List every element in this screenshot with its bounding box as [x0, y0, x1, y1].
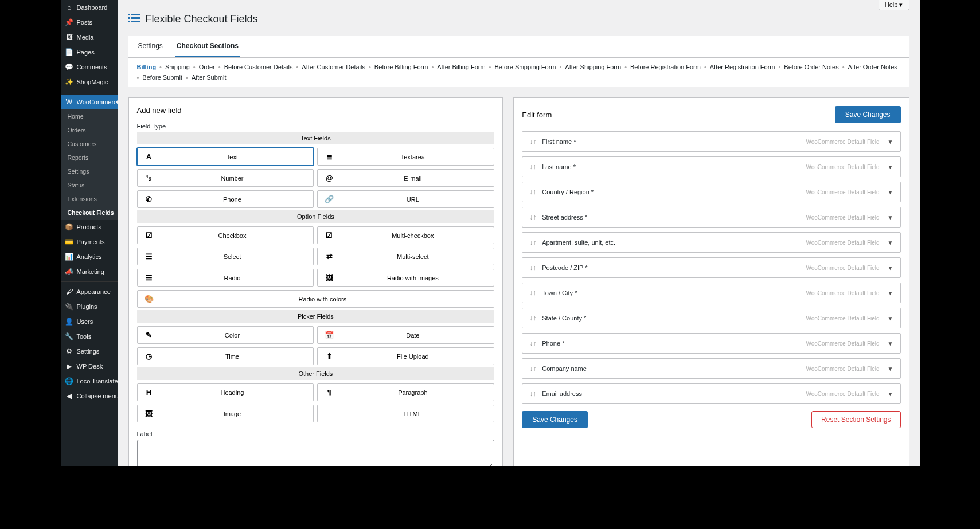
sidebar-item-wp-desk[interactable]: ▶WP Desk [61, 359, 118, 374]
field-type-phone[interactable]: ✆Phone [137, 190, 314, 208]
field-type-file-upload[interactable]: ⬆File Upload [317, 347, 494, 365]
field-row-state-county-[interactable]: ↓↑State / County *WooCommerce Default Fi… [522, 308, 900, 328]
field-row-town-city-[interactable]: ↓↑Town / City *WooCommerce Default Field… [522, 283, 900, 303]
chevron-down-icon[interactable]: ▼ [888, 391, 893, 397]
drag-icon[interactable]: ↓↑ [529, 264, 536, 272]
drag-icon[interactable]: ↓↑ [529, 339, 536, 347]
field-type-select[interactable]: ☰Select [137, 248, 314, 265]
subsection-before-registration-form[interactable]: Before Registration Form [630, 64, 701, 70]
field-row-postcode-zip-[interactable]: ↓↑Postcode / ZIP *WooCommerce Default Fi… [522, 257, 900, 278]
save-changes-button-top[interactable]: Save Changes [835, 106, 901, 123]
subsection-before-billing-form[interactable]: Before Billing Form [374, 64, 428, 70]
field-type-image[interactable]: 🖼Image [137, 405, 314, 422]
sidebar-item-appearance[interactable]: 🖌Appearance [61, 284, 118, 299]
chevron-down-icon[interactable]: ▼ [888, 139, 893, 145]
subsection-billing[interactable]: Billing [137, 64, 157, 70]
drag-icon[interactable]: ↓↑ [529, 213, 536, 221]
sidebar-item-collapse-menu[interactable]: ◀Collapse menu [61, 389, 118, 403]
field-row-company-name[interactable]: ↓↑Company nameWooCommerce Default Field▼ [522, 358, 900, 379]
chevron-down-icon[interactable]: ▼ [888, 366, 893, 372]
field-type-heading[interactable]: HHeading [137, 383, 314, 401]
subsection-order[interactable]: Order [199, 64, 215, 70]
chevron-down-icon[interactable]: ▼ [888, 265, 893, 271]
sidebar-item-dashboard[interactable]: ⌂Dashboard [61, 0, 118, 15]
sidebar-item-pages[interactable]: 📄Pages [61, 45, 118, 60]
chevron-down-icon[interactable]: ▼ [888, 214, 893, 221]
field-type-textarea[interactable]: ≣Textarea [317, 148, 494, 166]
sidebar-item-shopmagic[interactable]: ✨ShopMagic [61, 75, 118, 89]
field-type-radio-with-images[interactable]: 🖼Radio with images [317, 269, 494, 287]
sidebar-item-comments[interactable]: 💬Comments [61, 60, 118, 75]
sidebar-item-loco-translate[interactable]: 🌐Loco Translate [61, 374, 118, 389]
drag-icon[interactable]: ↓↑ [529, 390, 536, 398]
sidebar-sub-checkout-fields[interactable]: Checkout Fields [61, 206, 118, 220]
chevron-down-icon[interactable]: ▼ [888, 290, 893, 296]
field-type-multi-select[interactable]: ⇄Multi-select [317, 248, 494, 265]
sidebar-item-analytics[interactable]: 📊Analytics [61, 249, 118, 264]
help-tab[interactable]: Help ▾ [879, 0, 909, 10]
drag-icon[interactable]: ↓↑ [529, 188, 536, 196]
drag-icon[interactable]: ↓↑ [529, 289, 536, 297]
tab-settings[interactable]: Settings [137, 36, 164, 57]
field-type-time[interactable]: ◷Time [137, 347, 314, 365]
field-type-paragraph[interactable]: ¶Paragraph [317, 383, 494, 401]
field-type-e-mail[interactable]: @E-mail [317, 169, 494, 187]
sidebar-sub-reports[interactable]: Reports [61, 151, 118, 164]
sidebar-item-products[interactable]: 📦Products [61, 220, 118, 234]
chevron-down-icon[interactable]: ▼ [888, 164, 893, 170]
field-type-multi-checkbox[interactable]: ☑Multi-checkbox [317, 226, 494, 244]
field-type-color[interactable]: ✎Color [137, 326, 314, 344]
drag-icon[interactable]: ↓↑ [529, 365, 536, 373]
chevron-down-icon[interactable]: ▼ [888, 189, 893, 195]
field-type-url[interactable]: 🔗URL [317, 190, 494, 208]
sidebar-sub-home[interactable]: Home [61, 109, 118, 123]
drag-icon[interactable]: ↓↑ [529, 238, 536, 246]
subsection-before-order-notes[interactable]: Before Order Notes [784, 64, 838, 70]
tab-checkout-sections[interactable]: Checkout Sections [175, 36, 240, 57]
subsection-after-order-notes[interactable]: After Order Notes [848, 64, 897, 70]
field-row-phone-[interactable]: ↓↑Phone *WooCommerce Default Field▼ [522, 333, 900, 354]
sidebar-sub-orders[interactable]: Orders [61, 123, 118, 137]
sidebar-item-settings[interactable]: ⚙Settings [61, 344, 118, 359]
subsection-after-submit[interactable]: After Submit [192, 74, 227, 81]
field-row-apartment-suite-unit-etc-[interactable]: ↓↑Apartment, suite, unit, etc.WooCommerc… [522, 232, 900, 253]
field-type-text[interactable]: AText [137, 148, 314, 166]
sidebar-sub-status[interactable]: Status [61, 178, 118, 192]
field-type-date[interactable]: 📅Date [317, 326, 494, 344]
sidebar-item-tools[interactable]: 🔧Tools [61, 329, 118, 344]
field-row-first-name-[interactable]: ↓↑First name *WooCommerce Default Field▼ [522, 131, 900, 152]
label-textarea[interactable] [137, 440, 495, 466]
sidebar-sub-settings[interactable]: Settings [61, 164, 118, 178]
field-type-checkbox[interactable]: ☑Checkbox [137, 226, 314, 244]
field-type-radio[interactable]: ☰Radio [137, 269, 314, 287]
sidebar-item-woocommerce[interactable]: WWooCommerce [61, 95, 118, 109]
sidebar-item-marketing[interactable]: 📣Marketing [61, 264, 118, 279]
subsection-before-submit[interactable]: Before Submit [142, 74, 182, 81]
subsection-after-shipping-form[interactable]: After Shipping Form [565, 64, 621, 70]
subsection-after-customer-details[interactable]: After Customer Details [302, 64, 365, 70]
drag-icon[interactable]: ↓↑ [529, 163, 536, 171]
subsection-before-shipping-form[interactable]: Before Shipping Form [494, 64, 556, 70]
subsection-before-customer-details[interactable]: Before Customer Details [224, 64, 293, 70]
field-row-email-address[interactable]: ↓↑Email addressWooCommerce Default Field… [522, 383, 900, 404]
chevron-down-icon[interactable]: ▼ [888, 340, 893, 347]
field-type-number[interactable]: ¹₉Number [137, 169, 314, 187]
field-row-country-region-[interactable]: ↓↑Country / Region *WooCommerce Default … [522, 182, 900, 202]
field-row-street-address-[interactable]: ↓↑Street address *WooCommerce Default Fi… [522, 207, 900, 228]
subsection-after-billing-form[interactable]: After Billing Form [437, 64, 485, 70]
field-type-radio-with-colors[interactable]: 🎨Radio with colors [137, 290, 495, 308]
sidebar-item-media[interactable]: 🖼Media [61, 30, 118, 45]
drag-icon[interactable]: ↓↑ [529, 138, 536, 146]
sidebar-item-users[interactable]: 👤Users [61, 314, 118, 329]
subsection-after-registration-form[interactable]: After Registration Form [710, 64, 775, 70]
chevron-down-icon[interactable]: ▼ [888, 315, 893, 322]
field-row-last-name-[interactable]: ↓↑Last name *WooCommerce Default Field▼ [522, 156, 900, 177]
chevron-down-icon[interactable]: ▼ [888, 240, 893, 246]
save-changes-button-bottom[interactable]: Save Changes [522, 411, 588, 428]
drag-icon[interactable]: ↓↑ [529, 314, 536, 322]
sidebar-sub-customers[interactable]: Customers [61, 137, 118, 151]
sidebar-item-plugins[interactable]: 🔌Plugins [61, 299, 118, 314]
sidebar-item-posts[interactable]: 📌Posts [61, 15, 118, 30]
field-type-html[interactable]: HTML [317, 405, 494, 422]
sidebar-sub-extensions[interactable]: Extensions [61, 192, 118, 206]
